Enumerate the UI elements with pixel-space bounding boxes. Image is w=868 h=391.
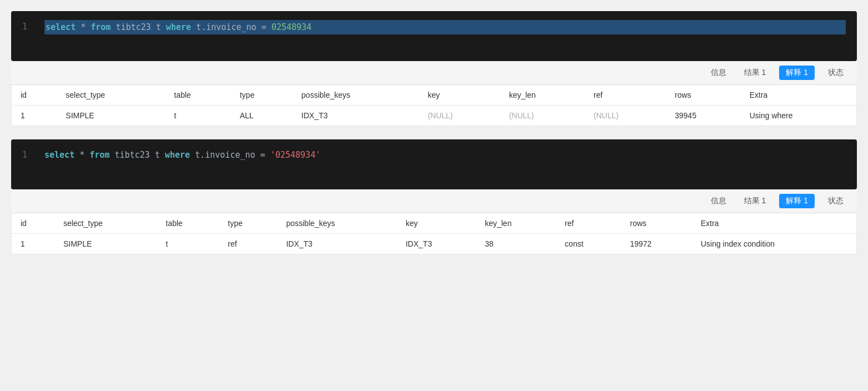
section-2: 1 select * from tibtc23 t where t.invoic… (11, 139, 857, 254)
th-possible-keys-1: possible_keys (292, 85, 418, 106)
sql-code-1: select * from tibtc23 t where t.invoice_… (44, 20, 846, 34)
line-number-1: 1 (22, 20, 31, 33)
td-key-len-1-1: (NULL) (500, 106, 585, 126)
code-line-1: 1 select * from tibtc23 t where t.invoic… (22, 20, 846, 34)
tbl-name-1: tibtc23 t (111, 22, 166, 32)
results-table-1: id select_type table type possible_keys … (12, 85, 856, 126)
kw-star-1: * (76, 22, 91, 32)
th-select-type-1: select_type (57, 85, 165, 106)
td-type-2-1: ref (219, 234, 277, 254)
th-rows-1: rows (666, 85, 740, 106)
tab-explain-1[interactable]: 解释 1 (779, 66, 815, 80)
tab-status-1[interactable]: 状态 (824, 66, 848, 80)
th-extra-2: Extra (692, 213, 856, 234)
op-2: = (260, 150, 270, 160)
th-table-1: table (165, 85, 231, 106)
th-ref-1: ref (585, 85, 666, 106)
kw-where-2: where (165, 150, 190, 160)
td-key-1-1: (NULL) (419, 106, 500, 126)
kw-from-2: from (89, 150, 109, 160)
th-id-2: id (12, 213, 54, 234)
th-select-type-2: select_type (54, 213, 157, 234)
td-type-1-1: ALL (231, 106, 292, 126)
op-1: = (261, 22, 271, 32)
results-table-container-1: id select_type table type possible_keys … (11, 85, 857, 126)
num-val-1: 02548934 (271, 22, 311, 32)
code-line-2: 1 select * from tibtc23 t where t.invoic… (22, 148, 846, 162)
results-table-2: id select_type table type possible_keys … (12, 213, 856, 254)
td-key-len-2-1: 38 (476, 234, 556, 254)
kw-star-2: * (74, 150, 89, 160)
tab-bar-2: 信息 结果 1 解释 1 状态 (11, 189, 857, 213)
td-possible-keys-2-1: IDX_T3 (277, 234, 397, 254)
th-key-len-2: key_len (476, 213, 556, 234)
th-key-1: key (419, 85, 500, 106)
tab-result-1[interactable]: 结果 1 (740, 66, 771, 80)
tab-result-2[interactable]: 结果 1 (740, 194, 771, 208)
col-name-1: t.invoice_no (191, 22, 261, 32)
td-id-1-1: 1 (12, 106, 57, 126)
th-type-1: type (231, 85, 292, 106)
col-name-2: t.invoice_no (190, 150, 260, 160)
tab-bar-1: 信息 结果 1 解释 1 状态 (11, 61, 857, 85)
td-select-type-1-1: SIMPLE (57, 106, 165, 126)
code-editor-1[interactable]: 1 select * from tibtc23 t where t.invoic… (11, 11, 857, 61)
td-possible-keys-1-1: IDX_T3 (292, 106, 418, 126)
td-table-2-1: t (157, 234, 219, 254)
tab-info-2[interactable]: 信息 (706, 194, 731, 208)
td-extra-1-1: Using where (741, 106, 856, 126)
th-key-2: key (397, 213, 476, 234)
th-type-2: type (219, 213, 277, 234)
th-ref-2: ref (556, 213, 621, 234)
table-header-row-1: id select_type table type possible_keys … (12, 85, 856, 106)
td-id-2-1: 1 (12, 234, 54, 254)
td-table-1-1: t (165, 106, 231, 126)
kw-from-1: from (91, 22, 111, 32)
th-id-1: id (12, 85, 57, 106)
td-ref-2-1: const (556, 234, 621, 254)
kw-select-2: select (44, 150, 74, 160)
kw-select-1: select (46, 22, 76, 32)
th-possible-keys-2: possible_keys (277, 213, 397, 234)
tab-info-1[interactable]: 信息 (706, 66, 731, 80)
code-editor-2[interactable]: 1 select * from tibtc23 t where t.invoic… (11, 139, 857, 189)
tab-status-2[interactable]: 状态 (824, 194, 848, 208)
results-table-container-2: id select_type table type possible_keys … (11, 213, 857, 254)
td-select-type-2-1: SIMPLE (54, 234, 157, 254)
th-extra-1: Extra (741, 85, 856, 106)
table-row-2-1: 1 SIMPLE t ref IDX_T3 IDX_T3 38 const 19… (12, 234, 856, 254)
tab-explain-2[interactable]: 解释 1 (779, 194, 815, 208)
line-number-2: 1 (22, 148, 31, 162)
table-header-row-2: id select_type table type possible_keys … (12, 213, 856, 234)
td-rows-1-1: 39945 (666, 106, 740, 126)
kw-where-1: where (166, 22, 191, 32)
td-extra-2-1: Using index condition (692, 234, 856, 254)
th-key-len-1: key_len (500, 85, 585, 106)
th-rows-2: rows (621, 213, 692, 234)
section-1: 1 select * from tibtc23 t where t.invoic… (11, 11, 857, 126)
table-row-1-1: 1 SIMPLE t ALL IDX_T3 (NULL) (NULL) (NUL… (12, 106, 856, 126)
str-val-2: '02548934' (270, 150, 320, 160)
td-rows-2-1: 19972 (621, 234, 692, 254)
th-table-2: table (157, 213, 219, 234)
sql-code-2: select * from tibtc23 t where t.invoice_… (44, 148, 846, 162)
td-key-2-1: IDX_T3 (397, 234, 476, 254)
td-ref-1-1: (NULL) (585, 106, 666, 126)
tbl-name-2: tibtc23 t (109, 150, 164, 160)
